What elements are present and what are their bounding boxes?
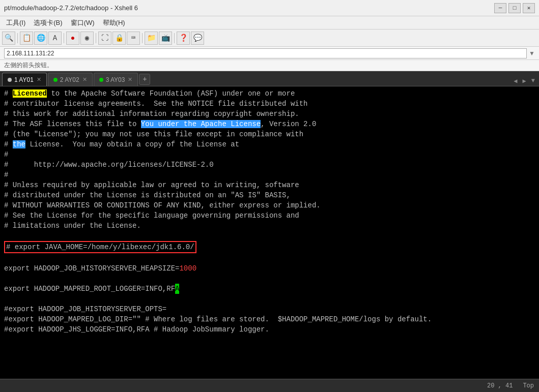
tab-1[interactable]: 1 AY01 ✕ bbox=[2, 73, 47, 86]
tab-bar: 1 AY01 ✕ 2 AY02 ✕ 3 AY03 ✕ + ◀ ▶ ▼ bbox=[0, 71, 539, 86]
close-button[interactable]: ✕ bbox=[523, 3, 535, 13]
tab-dot-1 bbox=[8, 78, 12, 82]
tab-label-3: 3 AY03 bbox=[106, 76, 125, 83]
tab-close-3[interactable]: ✕ bbox=[128, 76, 132, 83]
toolbar: 🔍 📋 🌐 A ● ◉ ⛶ 🔒 ⌨ 📁 📺 ❓ 💬 bbox=[0, 29, 539, 47]
cursor-position: 20 , 41 bbox=[487, 382, 513, 389]
menu-help[interactable]: 帮助(H) bbox=[99, 17, 129, 28]
toolbar-search[interactable]: 🔍 bbox=[2, 32, 15, 45]
separator4 bbox=[142, 33, 143, 43]
terminal[interactable]: # Licensed to the Apache Software Founda… bbox=[0, 86, 539, 379]
tab-dot-2 bbox=[53, 78, 58, 82]
code-line-21 bbox=[4, 294, 535, 304]
tab-nav: ◀ ▶ ▼ bbox=[512, 76, 537, 86]
toolbar-btn7[interactable]: 🔒 bbox=[112, 32, 126, 45]
tab-next[interactable]: ▶ bbox=[521, 76, 528, 86]
code-line-14: # limitations under the License. bbox=[4, 221, 535, 231]
tab-2[interactable]: 2 AY02 ✕ bbox=[48, 73, 93, 86]
code-line-9: # bbox=[4, 170, 535, 180]
tab-prev[interactable]: ◀ bbox=[512, 76, 519, 86]
tab-label-2: 2 AY02 bbox=[60, 76, 79, 83]
code-line-11: # distributed under the License is distr… bbox=[4, 190, 535, 200]
address-input[interactable] bbox=[4, 48, 527, 58]
code-line-22: #export HADOOP_JOB_HISTORYSERVER_OPTS= bbox=[4, 304, 535, 314]
toolbar-btn2[interactable]: 🌐 bbox=[34, 32, 47, 45]
menu-tools[interactable]: 工具(I) bbox=[2, 17, 30, 28]
toolbar-btn6[interactable]: ⛶ bbox=[98, 32, 111, 45]
code-line-5: # (the "License"); you may not use this … bbox=[4, 129, 535, 139]
code-line-8: # http://www.apache.org/licenses/LICENSE… bbox=[4, 160, 535, 170]
separator3 bbox=[96, 33, 96, 43]
code-line-18: export HADOOP_JOB_HISTORYSERVER_HEAPSIZE… bbox=[4, 263, 535, 274]
toolbar-chat[interactable]: 💬 bbox=[191, 32, 204, 45]
minimize-button[interactable]: ─ bbox=[494, 3, 506, 13]
code-line-13: # See the License for the specific langu… bbox=[4, 210, 535, 221]
highlight-licensed: Licensed bbox=[13, 89, 47, 98]
menu-bar: 工具(I) 选项卡(B) 窗口(W) 帮助(H) bbox=[0, 16, 539, 29]
tab-menu[interactable]: ▼ bbox=[529, 76, 537, 86]
code-line-4: # The ASF licenses this file to You unde… bbox=[4, 119, 535, 129]
toolbar-btn10[interactable]: 📺 bbox=[159, 32, 172, 45]
help-text: 左侧的箭头按钮。 bbox=[0, 60, 539, 71]
code-line-19 bbox=[4, 274, 535, 284]
tab-label-1: 1 AY01 bbox=[14, 76, 34, 83]
menu-window[interactable]: 窗口(W) bbox=[67, 17, 99, 28]
code-line-1: # Licensed to the Apache Software Founda… bbox=[4, 88, 535, 99]
toolbar-help[interactable]: ❓ bbox=[177, 32, 190, 45]
maximize-button[interactable]: □ bbox=[508, 3, 521, 13]
code-line-10: # Unless required by applicable law or a… bbox=[4, 180, 535, 190]
toolbar-btn3[interactable]: A bbox=[48, 32, 62, 45]
code-line-16: # export JAVA_HOME=/home/y/libexec/jdk1.… bbox=[4, 241, 196, 253]
code-line-23: #export HADOOP_MAPRED_LOG_DIR="" # Where… bbox=[4, 314, 535, 324]
code-line-24: #export HADOOP_JHS_LOGGER=INFO,RFA # Had… bbox=[4, 324, 535, 335]
menu-tabs[interactable]: 选项卡(B) bbox=[30, 17, 66, 28]
toolbar-btn5[interactable]: ◉ bbox=[80, 32, 94, 45]
code-line-12: # WITHOUT WARRANTIES OR CONDITIONS OF AN… bbox=[4, 200, 535, 210]
title-bar: pt/module/hadoop-2.7.2/etc/hadoop - Xshe… bbox=[0, 0, 539, 16]
code-line-3: # this work for additional information r… bbox=[4, 109, 535, 119]
toolbar-btn8[interactable]: ⌨ bbox=[127, 32, 140, 45]
separator2 bbox=[64, 33, 64, 43]
window-title: pt/module/hadoop-2.7.2/etc/hadoop - Xshe… bbox=[4, 4, 138, 12]
tab-3[interactable]: 3 AY03 ✕ bbox=[94, 73, 138, 86]
help-label: 左侧的箭头按钮。 bbox=[4, 61, 53, 70]
status-bar: 20 , 41 Top bbox=[0, 379, 539, 392]
address-dropdown[interactable]: ▼ bbox=[529, 50, 535, 57]
tab-close-1[interactable]: ✕ bbox=[37, 76, 41, 83]
code-line-7: # bbox=[4, 149, 535, 160]
code-line-15 bbox=[4, 231, 535, 241]
window-controls: ─ □ ✕ bbox=[494, 3, 535, 13]
code-line-2: # contributor license agreements. See th… bbox=[4, 99, 535, 109]
separator5 bbox=[174, 33, 175, 43]
toolbar-btn1[interactable]: 📋 bbox=[20, 32, 33, 45]
toolbar-btn4[interactable]: ● bbox=[66, 32, 79, 45]
tab-dot-3 bbox=[99, 78, 103, 82]
tab-close-2[interactable]: ✕ bbox=[82, 76, 87, 83]
code-line-20: export HADOOP_MAPRED_ROOT_LOGGER=INFO,RF… bbox=[4, 284, 535, 294]
separator1 bbox=[17, 33, 18, 43]
code-line-17 bbox=[4, 253, 535, 263]
tab-add-button[interactable]: + bbox=[139, 74, 150, 85]
scroll-position: Top bbox=[523, 382, 534, 389]
toolbar-btn9[interactable]: 📁 bbox=[145, 32, 158, 45]
address-bar: ▼ bbox=[0, 47, 539, 60]
code-line-6: # the License. You may obtain a copy of … bbox=[4, 139, 535, 149]
